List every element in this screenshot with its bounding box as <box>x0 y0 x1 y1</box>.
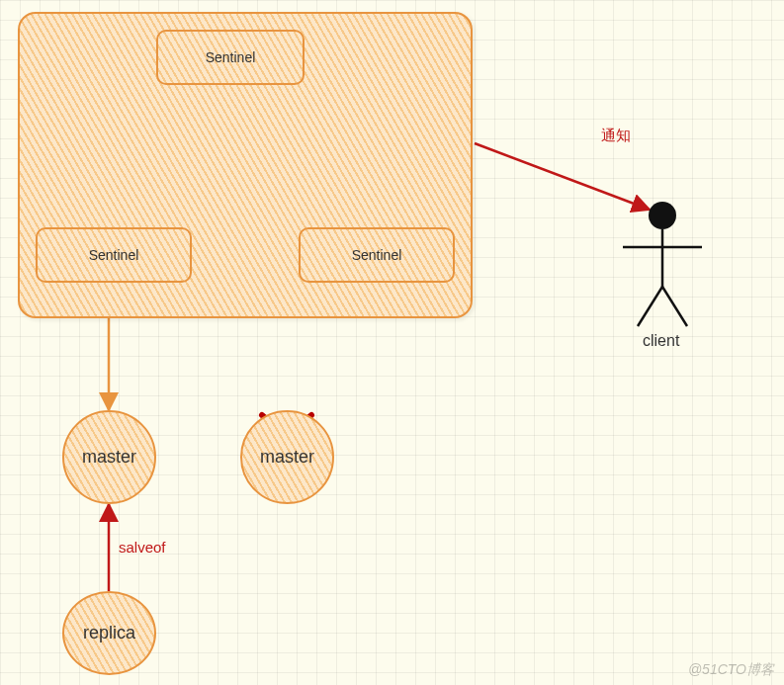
watermark: @51CTO博客 <box>688 661 774 679</box>
svg-line-4 <box>662 287 687 326</box>
master-new-node: master <box>62 410 156 504</box>
notify-label: 通知 <box>601 127 631 145</box>
diagram-canvas: { "container": { "label": "" }, "sentine… <box>0 0 784 685</box>
slaveof-label: salveof <box>119 539 166 556</box>
svg-point-0 <box>649 202 676 229</box>
sentinel-right-node: Sentinel <box>299 227 455 283</box>
svg-line-3 <box>638 287 662 326</box>
sentinel-top-label: Sentinel <box>206 49 256 65</box>
replica-label: replica <box>83 623 135 643</box>
client-label: client <box>643 332 679 350</box>
client-icon <box>623 202 702 326</box>
master-failed-label: master <box>260 447 314 468</box>
edge-notify <box>475 143 650 210</box>
master-new-label: master <box>82 447 136 468</box>
sentinel-left-node: Sentinel <box>36 227 192 283</box>
replica-node: replica <box>62 591 156 675</box>
master-failed-node: master <box>240 410 334 504</box>
sentinel-left-label: Sentinel <box>89 247 139 263</box>
sentinel-right-label: Sentinel <box>352 247 402 263</box>
sentinel-top-node: Sentinel <box>156 30 305 85</box>
